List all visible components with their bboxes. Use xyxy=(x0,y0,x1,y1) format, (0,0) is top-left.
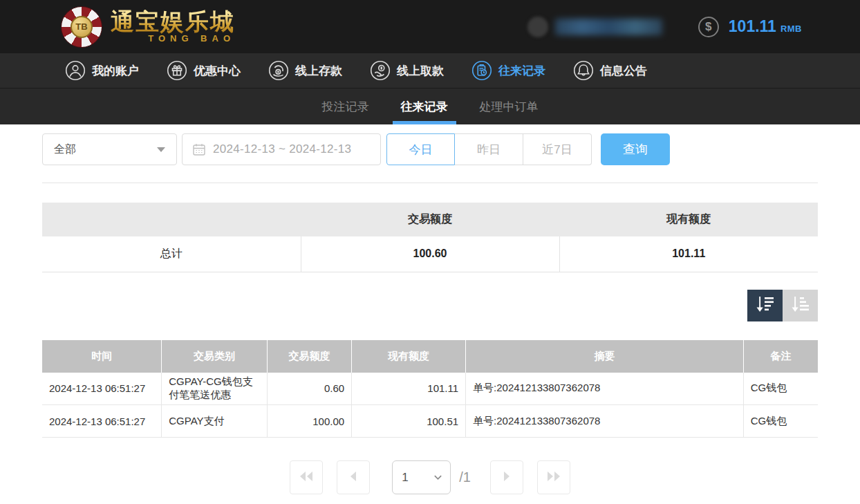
prev-page-icon xyxy=(346,471,361,484)
sort-descending-button[interactable] xyxy=(747,290,783,321)
col-header-remark: 备注 xyxy=(743,340,818,373)
first-page-icon xyxy=(299,471,314,484)
gift-icon xyxy=(167,60,187,81)
chevron-down-icon xyxy=(157,147,165,152)
cell-type: CGPAY支付 xyxy=(162,405,268,438)
last-page-icon xyxy=(546,471,561,484)
summary-transaction-amount: 100.60 xyxy=(301,236,559,272)
next-page-button[interactable] xyxy=(490,460,523,494)
date-range-input[interactable]: 2024-12-13 ~ 2024-12-13 xyxy=(182,133,381,165)
yesterday-button[interactable]: 昨日 xyxy=(455,133,523,165)
summary-table: 交易额度 现有额度 总计 100.60 101.11 xyxy=(42,203,818,272)
table-row: 2024-12-13 06:51:27 CGPAY支付 100.00 100.5… xyxy=(42,405,818,438)
cell-summary: 单号:202412133807362078 xyxy=(466,373,744,405)
summary-header-transaction-amount: 交易额度 xyxy=(301,203,559,236)
username-redacted[interactable] xyxy=(555,19,662,35)
type-select-value: 全部 xyxy=(54,142,76,157)
nav-item-promotions[interactable]: 优惠中心 xyxy=(167,60,241,81)
balance-amount: 101.11 xyxy=(729,17,776,36)
calendar-icon xyxy=(192,142,206,156)
bell-icon xyxy=(573,60,594,81)
cell-summary: 单号:202412133807362078 xyxy=(466,405,744,438)
sub-tabs: 投注记录 往来记录 处理中订单 xyxy=(0,88,860,124)
sort-desc-icon xyxy=(755,295,776,316)
date-range-value: 2024-12-13 ~ 2024-12-13 xyxy=(213,142,351,156)
cell-remark: CG钱包 xyxy=(743,405,818,438)
records-table: 时间 交易类别 交易额度 现有额度 摘要 备注 2024-12-13 06:51… xyxy=(42,340,818,438)
top-header: TB 通宝娱乐城 TONG BAO $ 101.11 RMB xyxy=(0,0,860,53)
cell-transaction-amount: 0.60 xyxy=(267,373,351,405)
section-divider xyxy=(42,183,818,183)
avatar[interactable] xyxy=(527,17,548,37)
today-button[interactable]: 今日 xyxy=(386,133,455,165)
next-page-icon xyxy=(499,471,514,484)
col-header-type: 交易类别 xyxy=(162,340,268,373)
last-page-button[interactable] xyxy=(537,460,570,494)
cell-current-amount: 101.11 xyxy=(352,373,466,405)
filter-row: 全部 2024-12-13 ~ 2024-12-13 今日 昨日 近7日 查询 xyxy=(42,133,818,165)
col-header-time: 时间 xyxy=(42,340,162,373)
table-row: 2024-12-13 06:51:27 CGPAY-CG钱包支付笔笔送优惠 0.… xyxy=(42,373,818,405)
summary-total-row: 总计 100.60 101.11 xyxy=(42,236,818,272)
main-nav: 我的账户 优惠中心 线上存款 xyxy=(0,53,860,88)
prev-page-button[interactable] xyxy=(337,460,370,494)
sort-ascending-button[interactable] xyxy=(783,290,818,321)
query-button[interactable]: 查询 xyxy=(601,133,670,165)
last7days-button[interactable]: 近7日 xyxy=(523,133,592,165)
tab-betting-records[interactable]: 投注记录 xyxy=(319,88,372,124)
logo-chip-icon: TB xyxy=(61,6,102,48)
col-header-transaction-amount: 交易额度 xyxy=(267,340,351,373)
site-logo[interactable]: TB 通宝娱乐城 TONG BAO xyxy=(61,6,235,48)
summary-header-current-amount: 现有额度 xyxy=(559,203,818,236)
records-icon xyxy=(471,60,492,81)
nav-item-deposit[interactable]: 线上存款 xyxy=(268,60,342,81)
quick-date-buttons: 今日 昨日 近7日 xyxy=(386,133,592,165)
nav-item-announcements[interactable]: 信息公告 xyxy=(573,60,647,81)
col-header-summary: 摘要 xyxy=(466,340,744,373)
withdraw-icon xyxy=(370,60,391,81)
nav-item-withdraw[interactable]: 线上取款 xyxy=(370,60,444,81)
pagination: 1 /1 xyxy=(42,460,818,494)
col-header-current-amount: 现有额度 xyxy=(352,340,466,373)
logo-subtitle: TONG BAO xyxy=(148,33,235,44)
dollar-coin-icon: $ xyxy=(698,17,719,37)
nav-item-transaction-records[interactable]: 往来记录 xyxy=(471,60,545,81)
type-select[interactable]: 全部 xyxy=(42,133,177,165)
cell-type: CGPAY-CG钱包支付笔笔送优惠 xyxy=(162,373,268,405)
cell-time: 2024-12-13 06:51:27 xyxy=(42,373,162,405)
logo-title: 通宝娱乐城 xyxy=(111,10,235,35)
first-page-button[interactable] xyxy=(290,460,323,494)
sort-asc-icon xyxy=(790,295,811,316)
cell-time: 2024-12-13 06:51:27 xyxy=(42,405,162,438)
user-icon xyxy=(65,60,86,81)
cell-remark: CG钱包 xyxy=(743,373,818,405)
total-pages-label: /1 xyxy=(459,469,471,485)
summary-header-empty xyxy=(42,203,301,236)
sort-controls xyxy=(42,290,818,321)
summary-total-label: 总计 xyxy=(42,236,301,272)
summary-current-amount: 101.11 xyxy=(559,236,818,272)
deposit-icon xyxy=(268,60,289,81)
balance[interactable]: $ 101.11 RMB xyxy=(698,17,802,37)
page-select[interactable]: 1 xyxy=(392,460,451,494)
logo-chip-text: TB xyxy=(71,16,93,38)
tab-pending-orders[interactable]: 处理中订单 xyxy=(477,88,541,124)
cell-transaction-amount: 100.00 xyxy=(267,405,351,438)
balance-currency: RMB xyxy=(780,24,802,34)
cell-current-amount: 100.51 xyxy=(352,405,466,438)
nav-item-my-account[interactable]: 我的账户 xyxy=(65,60,139,81)
tab-transaction-records[interactable]: 往来记录 xyxy=(398,88,451,124)
